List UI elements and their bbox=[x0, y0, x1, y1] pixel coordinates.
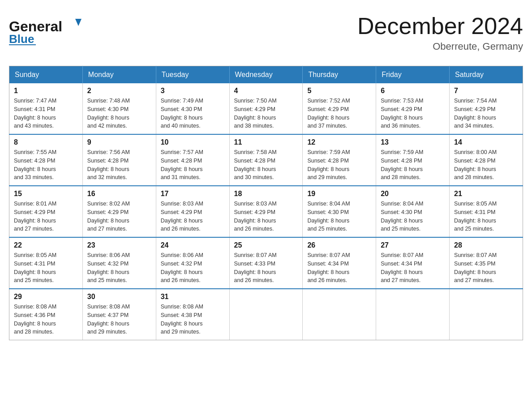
page-header: General Blue December 2024 Oberreute, Ge… bbox=[9, 9, 523, 57]
day-info: Sunrise: 7:57 AMSunset: 4:28 PMDaylight:… bbox=[161, 149, 203, 180]
calendar-cell: 2 Sunrise: 7:48 AMSunset: 4:30 PMDayligh… bbox=[82, 83, 156, 134]
day-number: 7 bbox=[454, 87, 518, 95]
day-info: Sunrise: 7:55 AMSunset: 4:28 PMDaylight:… bbox=[14, 149, 56, 180]
day-info: Sunrise: 8:07 AMSunset: 4:34 PMDaylight:… bbox=[307, 252, 350, 283]
day-number: 1 bbox=[14, 87, 78, 95]
col-wednesday: Wednesday bbox=[229, 66, 303, 84]
calendar-cell: 17 Sunrise: 8:03 AMSunset: 4:29 PMDaylig… bbox=[156, 186, 229, 237]
calendar-cell: 29 Sunrise: 8:08 AMSunset: 4:36 PMDaylig… bbox=[9, 289, 83, 340]
calendar-week-3: 15 Sunrise: 8:01 AMSunset: 4:29 PMDaylig… bbox=[9, 186, 523, 237]
day-number: 8 bbox=[14, 138, 78, 146]
day-info: Sunrise: 8:02 AMSunset: 4:29 PMDaylight:… bbox=[87, 201, 130, 232]
day-info: Sunrise: 8:08 AMSunset: 4:37 PMDaylight:… bbox=[87, 304, 130, 335]
day-info: Sunrise: 8:00 AMSunset: 4:28 PMDaylight:… bbox=[454, 149, 497, 180]
calendar-cell: 23 Sunrise: 8:06 AMSunset: 4:32 PMDaylig… bbox=[82, 237, 156, 289]
day-info: Sunrise: 8:05 AMSunset: 4:31 PMDaylight:… bbox=[14, 252, 56, 283]
day-number: 30 bbox=[87, 293, 151, 301]
col-sunday: Sunday bbox=[9, 66, 83, 84]
calendar-cell: 16 Sunrise: 8:02 AMSunset: 4:29 PMDaylig… bbox=[82, 186, 156, 237]
day-number: 14 bbox=[454, 138, 518, 146]
calendar-week-2: 8 Sunrise: 7:55 AMSunset: 4:28 PMDayligh… bbox=[9, 134, 523, 186]
day-number: 22 bbox=[14, 241, 78, 249]
day-number: 13 bbox=[381, 138, 445, 146]
day-info: Sunrise: 7:54 AMSunset: 4:29 PMDaylight:… bbox=[454, 98, 497, 129]
day-number: 23 bbox=[87, 241, 151, 249]
day-number: 18 bbox=[234, 190, 298, 198]
day-info: Sunrise: 8:07 AMSunset: 4:35 PMDaylight:… bbox=[454, 252, 497, 283]
day-number: 28 bbox=[454, 241, 518, 249]
day-info: Sunrise: 7:47 AMSunset: 4:31 PMDaylight:… bbox=[14, 98, 56, 129]
day-number: 24 bbox=[161, 241, 225, 249]
day-number: 4 bbox=[234, 87, 298, 95]
day-info: Sunrise: 8:06 AMSunset: 4:32 PMDaylight:… bbox=[87, 252, 130, 283]
day-number: 15 bbox=[14, 190, 78, 198]
calendar-cell: 13 Sunrise: 7:59 AMSunset: 4:28 PMDaylig… bbox=[376, 134, 450, 186]
calendar-cell: 12 Sunrise: 7:59 AMSunset: 4:28 PMDaylig… bbox=[303, 134, 376, 186]
calendar-cell bbox=[229, 289, 303, 340]
calendar-cell: 9 Sunrise: 7:56 AMSunset: 4:28 PMDayligh… bbox=[82, 134, 156, 186]
calendar-cell: 20 Sunrise: 8:04 AMSunset: 4:30 PMDaylig… bbox=[376, 186, 450, 237]
calendar-cell: 7 Sunrise: 7:54 AMSunset: 4:29 PMDayligh… bbox=[450, 83, 523, 134]
logo: General Blue bbox=[9, 13, 94, 46]
logo-svg: General Blue bbox=[9, 13, 94, 46]
calendar-week-4: 22 Sunrise: 8:05 AMSunset: 4:31 PMDaylig… bbox=[9, 237, 523, 289]
day-number: 9 bbox=[87, 138, 151, 146]
day-info: Sunrise: 8:04 AMSunset: 4:30 PMDaylight:… bbox=[381, 201, 423, 232]
day-number: 5 bbox=[307, 87, 371, 95]
calendar-week-5: 29 Sunrise: 8:08 AMSunset: 4:36 PMDaylig… bbox=[9, 289, 523, 340]
col-friday: Friday bbox=[376, 66, 450, 84]
day-info: Sunrise: 8:06 AMSunset: 4:32 PMDaylight:… bbox=[161, 252, 203, 283]
day-number: 19 bbox=[307, 190, 371, 198]
calendar-cell: 5 Sunrise: 7:52 AMSunset: 4:29 PMDayligh… bbox=[303, 83, 376, 134]
day-info: Sunrise: 8:07 AMSunset: 4:33 PMDaylight:… bbox=[234, 252, 277, 283]
day-number: 3 bbox=[161, 87, 225, 95]
day-info: Sunrise: 8:08 AMSunset: 4:36 PMDaylight:… bbox=[14, 304, 56, 335]
day-info: Sunrise: 7:50 AMSunset: 4:29 PMDaylight:… bbox=[234, 98, 277, 129]
day-info: Sunrise: 8:01 AMSunset: 4:29 PMDaylight:… bbox=[14, 201, 56, 232]
calendar-cell: 22 Sunrise: 8:05 AMSunset: 4:31 PMDaylig… bbox=[9, 237, 83, 289]
day-number: 20 bbox=[381, 190, 445, 198]
col-thursday: Thursday bbox=[303, 66, 376, 84]
day-number: 12 bbox=[307, 138, 371, 146]
day-info: Sunrise: 8:08 AMSunset: 4:38 PMDaylight:… bbox=[161, 304, 203, 335]
day-info: Sunrise: 7:58 AMSunset: 4:28 PMDaylight:… bbox=[234, 149, 277, 180]
calendar-cell: 11 Sunrise: 7:58 AMSunset: 4:28 PMDaylig… bbox=[229, 134, 303, 186]
calendar-cell: 18 Sunrise: 8:03 AMSunset: 4:29 PMDaylig… bbox=[229, 186, 303, 237]
day-number: 16 bbox=[87, 190, 151, 198]
calendar-table: Sunday Monday Tuesday Wednesday Thursday… bbox=[9, 66, 523, 340]
calendar-cell: 24 Sunrise: 8:06 AMSunset: 4:32 PMDaylig… bbox=[156, 237, 229, 289]
calendar-cell: 1 Sunrise: 7:47 AMSunset: 4:31 PMDayligh… bbox=[9, 83, 83, 134]
day-number: 21 bbox=[454, 190, 518, 198]
day-info: Sunrise: 8:04 AMSunset: 4:30 PMDaylight:… bbox=[307, 201, 350, 232]
calendar-cell bbox=[450, 289, 523, 340]
day-number: 10 bbox=[161, 138, 225, 146]
day-number: 27 bbox=[381, 241, 445, 249]
calendar-cell: 30 Sunrise: 8:08 AMSunset: 4:37 PMDaylig… bbox=[82, 289, 156, 340]
calendar-cell bbox=[303, 289, 376, 340]
title-section: December 2024 Oberreute, Germany bbox=[357, 13, 523, 52]
day-info: Sunrise: 8:03 AMSunset: 4:29 PMDaylight:… bbox=[161, 201, 203, 232]
calendar-cell: 31 Sunrise: 8:08 AMSunset: 4:38 PMDaylig… bbox=[156, 289, 229, 340]
calendar-cell: 19 Sunrise: 8:04 AMSunset: 4:30 PMDaylig… bbox=[303, 186, 376, 237]
day-info: Sunrise: 8:03 AMSunset: 4:29 PMDaylight:… bbox=[234, 201, 277, 232]
day-info: Sunrise: 7:59 AMSunset: 4:28 PMDaylight:… bbox=[307, 149, 350, 180]
calendar-cell: 14 Sunrise: 8:00 AMSunset: 4:28 PMDaylig… bbox=[450, 134, 523, 186]
day-number: 17 bbox=[161, 190, 225, 198]
calendar-cell: 4 Sunrise: 7:50 AMSunset: 4:29 PMDayligh… bbox=[229, 83, 303, 134]
day-number: 11 bbox=[234, 138, 298, 146]
day-number: 31 bbox=[161, 293, 225, 301]
calendar-cell bbox=[376, 289, 450, 340]
calendar-cell: 25 Sunrise: 8:07 AMSunset: 4:33 PMDaylig… bbox=[229, 237, 303, 289]
day-info: Sunrise: 7:48 AMSunset: 4:30 PMDaylight:… bbox=[87, 98, 130, 129]
day-number: 25 bbox=[234, 241, 298, 249]
calendar-cell: 8 Sunrise: 7:55 AMSunset: 4:28 PMDayligh… bbox=[9, 134, 83, 186]
svg-text:Blue: Blue bbox=[9, 32, 34, 46]
day-number: 26 bbox=[307, 241, 371, 249]
calendar-cell: 26 Sunrise: 8:07 AMSunset: 4:34 PMDaylig… bbox=[303, 237, 376, 289]
day-info: Sunrise: 7:56 AMSunset: 4:28 PMDaylight:… bbox=[87, 149, 130, 180]
calendar-cell: 15 Sunrise: 8:01 AMSunset: 4:29 PMDaylig… bbox=[9, 186, 83, 237]
month-title: December 2024 bbox=[357, 13, 523, 39]
svg-marker-1 bbox=[75, 19, 82, 26]
day-number: 2 bbox=[87, 87, 151, 95]
calendar-cell: 10 Sunrise: 7:57 AMSunset: 4:28 PMDaylig… bbox=[156, 134, 229, 186]
